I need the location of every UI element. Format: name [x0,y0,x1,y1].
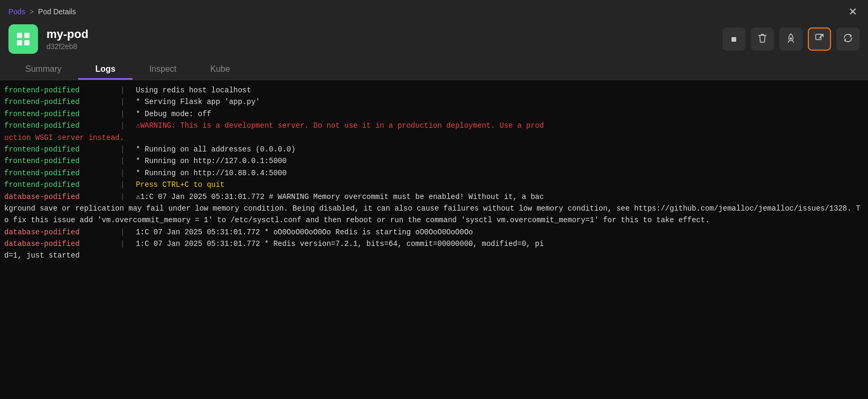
log-text: 1:C 07 Jan 2025 05:31:01.772 * oO0OoO0Oo… [127,226,473,238]
log-text: Press CTRL+C to quit [127,179,224,191]
log-text: ⚠1:C 07 Jan 2025 05:31:01.772 # WARNING … [127,191,544,203]
log-source: frontend-podified [4,155,120,167]
log-continuation: uction WSGI server instead. [0,132,868,144]
log-text: * Running on all addresses (0.0.0.0) [127,144,295,155]
log-text: * Serving Flask app 'app.py' [127,96,260,108]
log-line: database-podified | 1:C 07 Jan 2025 05:3… [0,226,868,238]
svg-rect-3 [24,40,30,45]
log-continuation: kground save or replication may fail und… [0,203,868,226]
deploy-button[interactable] [779,27,803,51]
external-link-icon [815,33,824,45]
log-text: Using redis host localhost [127,84,251,96]
log-source: database-podified [4,238,120,250]
tab-logs[interactable]: Logs [78,60,132,80]
log-line: frontend-podified | * Running on all add… [0,144,868,155]
log-line: frontend-podified | * Running on http://… [0,155,868,167]
pod-name-block: my-pod d32f2eb8 [46,27,88,51]
log-source: database-podified [4,226,120,238]
log-source: frontend-podified [4,120,120,131]
log-source: frontend-podified [4,96,120,108]
close-button[interactable]: ✕ [846,5,860,18]
stop-button[interactable]: ■ [722,27,746,51]
log-line: frontend-podified | ⚠WARNING: This is a … [0,120,868,131]
log-text: * Debug mode: off [127,108,211,120]
refresh-button[interactable] [836,27,860,51]
app-container: Pods > Pod Details ✕ my-pod d32f2eb8 [0,0,868,399]
pod-info-row: my-pod d32f2eb8 ■ [8,24,860,54]
log-sep: | [120,155,125,167]
log-sep: | [120,167,125,179]
svg-point-4 [790,37,792,40]
breadcrumb-current: Pod Details [38,7,76,16]
tab-kube[interactable]: Kube [193,60,247,80]
delete-button[interactable] [751,27,774,51]
log-source: frontend-podified [4,84,120,96]
log-text: 1:C 07 Jan 2025 05:31:01.772 * Redis ver… [127,238,544,250]
log-text: ⚠WARNING: This is a development server. … [127,120,544,131]
header: Pods > Pod Details ✕ my-pod d32f2eb8 [0,0,868,80]
svg-rect-2 [17,40,22,45]
log-source: frontend-podified [4,108,120,120]
log-sep: | [120,144,125,155]
log-source: database-podified [4,191,120,203]
log-area[interactable]: frontend-podified | Using redis host loc… [0,80,868,399]
trash-icon [757,33,768,46]
pod-name: my-pod [46,27,88,41]
log-line: database-podified | ⚠1:C 07 Jan 2025 05:… [0,191,868,203]
log-sep: | [120,96,125,108]
log-text: * Running on http://10.88.0.4:5000 [127,167,286,179]
log-line: frontend-podified | * Debug mode: off [0,108,868,120]
log-sep: | [120,108,125,120]
log-text: * Running on http://127.0.0.1:5000 [127,155,286,167]
tabs-row: Summary Logs Inspect Kube [8,60,860,80]
log-continuation: d=1, just started [0,250,868,261]
log-source: frontend-podified [4,167,120,179]
refresh-icon [843,33,853,46]
log-line: frontend-podified | Using redis host loc… [0,84,868,96]
log-line: database-podified | 1:C 07 Jan 2025 05:3… [0,238,868,250]
pod-icon-svg [14,30,33,49]
log-sep: | [120,120,125,131]
breadcrumb-pods-link[interactable]: Pods [8,7,25,16]
log-sep: | [120,191,125,203]
tab-inspect[interactable]: Inspect [133,60,194,80]
rocket-icon [786,33,796,46]
svg-rect-0 [17,33,22,38]
log-sep: | [120,179,125,191]
log-source: frontend-podified [4,179,120,191]
log-line: frontend-podified | * Serving Flask app … [0,96,868,108]
log-sep: | [120,226,125,238]
log-source: frontend-podified [4,144,120,155]
log-line: frontend-podified | * Running on http://… [0,167,868,179]
toolbar-buttons: ■ [722,27,860,51]
svg-rect-1 [24,33,30,38]
log-sep: | [120,84,125,96]
pod-icon [8,24,38,54]
breadcrumb: Pods > Pod Details ✕ [8,5,860,18]
open-external-button[interactable] [808,27,831,51]
log-sep: | [120,238,125,250]
tab-summary[interactable]: Summary [8,60,78,80]
log-line: frontend-podified | Press CTRL+C to quit [0,179,868,191]
breadcrumb-separator: > [30,7,34,16]
stop-icon: ■ [731,34,737,45]
pod-id: d32f2eb8 [46,42,88,51]
